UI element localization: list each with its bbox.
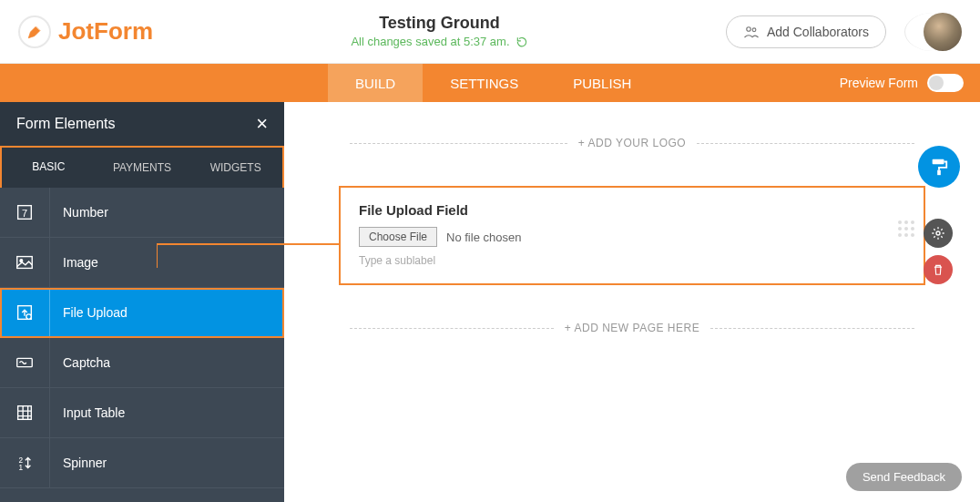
add-logo-row[interactable]: + ADD YOUR LOGO	[339, 137, 925, 149]
element-image[interactable]: Image	[0, 238, 284, 288]
delete-button[interactable]	[924, 255, 953, 284]
people-icon	[743, 24, 760, 40]
sidebar-tab-payments[interactable]: PAYMENTS	[96, 148, 189, 188]
sidebar-tabs: BASIC PAYMENTS WIDGETS	[0, 146, 284, 188]
svg-point-7	[26, 314, 32, 320]
svg-rect-8	[17, 358, 33, 366]
captcha-icon	[0, 338, 50, 387]
tab-publish[interactable]: PUBLISH	[546, 64, 658, 102]
svg-text:7: 7	[22, 208, 27, 219]
sidebar-tab-basic[interactable]: BASIC	[2, 148, 96, 188]
paint-roller-icon	[929, 157, 949, 177]
tab-settings[interactable]: SETTINGS	[423, 64, 546, 102]
refresh-icon	[516, 36, 528, 48]
svg-point-1	[752, 27, 756, 31]
drag-handle[interactable]	[898, 220, 914, 237]
upload-icon	[0, 288, 50, 337]
preview-form-label: Preview Form	[840, 76, 918, 90]
element-label: Captcha	[50, 355, 110, 370]
element-file-upload[interactable]: File Upload	[0, 288, 284, 338]
sublabel-placeholder[interactable]: Type a sublabel	[359, 254, 905, 267]
element-list: 7 Number Image File Upload Captcha Input…	[0, 188, 284, 502]
element-number[interactable]: 7 Number	[0, 188, 284, 238]
save-status: All changes saved at 5:37 am.	[351, 35, 527, 48]
no-file-text: No file chosen	[446, 231, 521, 244]
element-label: Input Table	[50, 405, 125, 420]
trash-icon	[932, 263, 944, 276]
title-area: Testing Ground All changes saved at 5:37…	[153, 14, 726, 49]
tab-build[interactable]: BUILD	[328, 64, 423, 102]
add-page-row[interactable]: + ADD NEW PAGE HERE	[339, 322, 925, 334]
add-collaborators-button[interactable]: Add Collaborators	[726, 15, 886, 48]
number-icon: 7	[0, 188, 50, 237]
field-actions	[924, 219, 953, 284]
gear-icon	[931, 226, 945, 241]
paint-roller-button[interactable]	[918, 146, 960, 188]
element-spinner[interactable]: 21 Spinner	[0, 438, 284, 488]
preview-toggle[interactable]	[927, 74, 964, 92]
element-label: Number	[50, 205, 108, 220]
image-icon	[0, 238, 50, 287]
nav-bar: BUILD SETTINGS PUBLISH Preview Form	[0, 64, 980, 102]
sidebar: Form Elements × BASIC PAYMENTS WIDGETS 7…	[0, 102, 284, 502]
settings-button[interactable]	[924, 219, 953, 248]
table-icon	[0, 388, 50, 437]
logo[interactable]: JotForm	[18, 15, 153, 48]
logo-text: JotForm	[58, 17, 153, 46]
file-input-row: Choose File No file chosen	[359, 227, 905, 247]
sidebar-header: Form Elements ×	[0, 102, 284, 146]
svg-rect-9	[18, 406, 32, 420]
element-label: Image	[50, 255, 98, 270]
fab-column	[918, 146, 960, 188]
svg-rect-12	[933, 159, 944, 165]
field-title[interactable]: File Upload Field	[359, 202, 905, 218]
add-page-label: + ADD NEW PAGE HERE	[565, 322, 699, 334]
spinner-icon: 21	[0, 438, 50, 487]
svg-point-5	[20, 260, 23, 262]
choose-file-button[interactable]: Choose File	[359, 227, 437, 247]
close-icon[interactable]: ×	[256, 112, 268, 136]
element-captcha[interactable]: Captcha	[0, 338, 284, 388]
save-status-text: All changes saved at 5:37 am.	[351, 35, 509, 48]
svg-text:1: 1	[19, 464, 24, 472]
svg-rect-13	[937, 170, 941, 176]
form-title[interactable]: Testing Ground	[153, 14, 726, 33]
send-feedback-button[interactable]: Send Feedback	[846, 463, 962, 491]
sidebar-title: Form Elements	[16, 116, 115, 132]
file-upload-field-card[interactable]: File Upload Field Choose File No file ch…	[339, 186, 925, 285]
element-label: File Upload	[50, 305, 128, 320]
pen-icon	[18, 15, 51, 48]
svg-point-0	[747, 26, 751, 31]
avatar[interactable]	[904, 13, 962, 51]
element-label: Spinner	[50, 456, 107, 470]
element-input-table[interactable]: Input Table	[0, 388, 284, 438]
svg-point-14	[936, 231, 940, 235]
add-logo-label: + ADD YOUR LOGO	[578, 137, 686, 149]
top-header: JotForm Testing Ground All changes saved…	[0, 0, 980, 64]
canvas: + ADD YOUR LOGO File Upload Field Choose…	[284, 102, 980, 502]
collab-label: Add Collaborators	[767, 25, 869, 39]
sidebar-tab-widgets[interactable]: WIDGETS	[189, 148, 282, 188]
